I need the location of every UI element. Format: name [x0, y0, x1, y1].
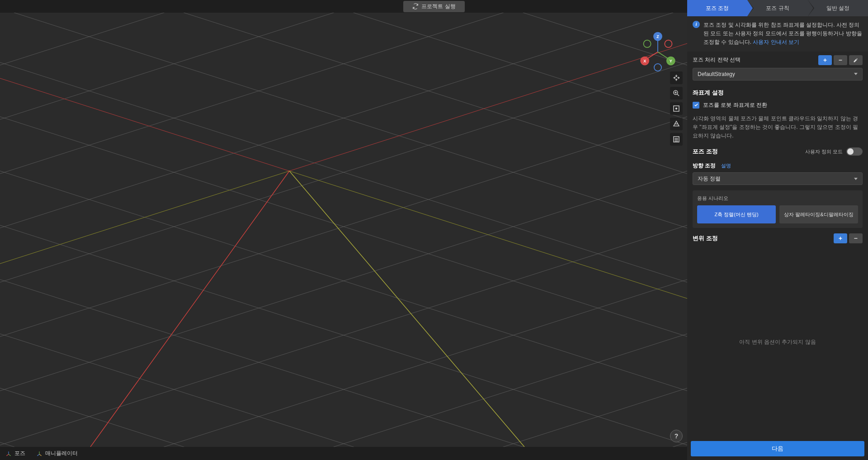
- translation-add-button[interactable]: [834, 233, 847, 243]
- check-icon: [694, 103, 698, 107]
- pose-adjust-row: 포즈 조정 사용자 정의 모드: [687, 144, 868, 159]
- status-manipulator[interactable]: 매니퓰레이터: [36, 450, 78, 457]
- status-manipulator-label: 매니퓰레이터: [45, 450, 78, 457]
- help-button[interactable]: ?: [670, 430, 683, 442]
- svg-line-60: [37, 454, 39, 456]
- chevron-down-icon: [854, 178, 858, 180]
- pose-axes-icon: [5, 451, 12, 457]
- run-project-button[interactable]: 프로젝트 실행: [403, 1, 464, 12]
- orientation-title: 방향 조정: [693, 162, 716, 170]
- axis-indicator[interactable]: Z X Y: [637, 31, 678, 71]
- translation-empty: 아직 변위 옵션이 추가되지 않음: [687, 247, 868, 437]
- plus-icon: [822, 57, 828, 63]
- coord-note: 시각화 영역의 물체 포즈가 물체 포인트 클라우드와 일치하지 않는 경우 "…: [687, 111, 868, 144]
- strategy-label: 포즈 처리 전략 선택: [693, 56, 741, 64]
- translation-remove-button[interactable]: [849, 233, 863, 243]
- orientation-help-link[interactable]: 설명: [721, 162, 731, 169]
- strategy-select-value: DefaultStrategy: [698, 71, 735, 77]
- perspective-tool[interactable]: [670, 118, 683, 130]
- statusbar: 포즈 매니퓰레이터: [0, 447, 687, 460]
- pan-tool[interactable]: [670, 71, 683, 84]
- strategy-section: 포즈 처리 전략 선택 DefaultStrategy: [687, 52, 868, 84]
- wizard-step-pose-adjust[interactable]: 포즈 조정: [687, 0, 747, 16]
- minus-icon: [838, 57, 843, 63]
- fit-tool[interactable]: [670, 102, 683, 115]
- strategy-add-button[interactable]: [818, 55, 832, 65]
- orientation-section: 방향 조정 설명: [687, 159, 868, 172]
- plus-icon: [838, 236, 843, 241]
- orientation-select[interactable]: 자동 정렬: [693, 172, 863, 185]
- refresh-icon: [412, 3, 419, 9]
- custom-mode-label: 사용자 정의 모드: [805, 148, 843, 155]
- svg-line-46: [677, 94, 679, 96]
- viewport-3d[interactable]: Z X Y ?: [0, 13, 687, 447]
- coord-checkbox-row: 포즈를 로봇 좌표계로 전환: [687, 100, 868, 111]
- coord-checkbox[interactable]: [693, 102, 699, 109]
- pose-adjust-title: 포즈 조정: [693, 147, 718, 156]
- list-tool[interactable]: [670, 133, 683, 146]
- translation-row: 변위 조정: [687, 230, 868, 247]
- coord-title: 좌표계 설정: [687, 84, 868, 100]
- minus-icon: [853, 236, 859, 241]
- scenario-label: 응용 시나리오: [697, 195, 858, 202]
- right-panel: 포즈 조정 포즈 규칙 일반 설정 i 포즈 조정 및 시각화를 위한 참조 좌…: [687, 0, 868, 460]
- info-box: i 포즈 조정 및 시각화를 위한 참조 좌표계를 설정합니다. 사전 정의된 …: [687, 16, 868, 52]
- info-icon: i: [693, 21, 700, 28]
- strategy-select[interactable]: DefaultStrategy: [693, 68, 863, 81]
- wizard-steps: 포즈 조정 포즈 규칙 일반 설정: [687, 0, 868, 16]
- status-pose-label: 포즈: [14, 450, 25, 457]
- strategy-edit-button[interactable]: [849, 55, 863, 65]
- svg-point-41: [654, 64, 661, 71]
- next-button[interactable]: 다음: [691, 441, 864, 456]
- coord-checkbox-label: 포즈를 로봇 좌표계로 전환: [703, 101, 767, 109]
- svg-line-57: [6, 454, 9, 456]
- translation-title: 변위 조정: [693, 234, 718, 242]
- svg-line-61: [39, 454, 42, 456]
- svg-point-39: [644, 40, 651, 47]
- wizard-step-general[interactable]: 일반 설정: [808, 0, 868, 16]
- wizard-step-pose-rules[interactable]: 포즈 규칙: [747, 0, 807, 16]
- info-text: 포즈 조정 및 시각화를 위한 참조 좌표계를 설정합니다. 사전 정의된 모드…: [703, 21, 863, 47]
- svg-point-40: [665, 40, 672, 47]
- strategy-remove-button[interactable]: [834, 55, 847, 65]
- svg-text:X: X: [643, 59, 646, 63]
- svg-rect-0: [0, 13, 687, 447]
- zoom-tool[interactable]: [670, 87, 683, 100]
- user-guide-link[interactable]: 사용자 안내서 보기: [753, 39, 799, 45]
- run-project-label: 프로젝트 실행: [421, 3, 455, 10]
- chevron-down-icon: [854, 73, 858, 75]
- pencil-icon: [853, 57, 859, 63]
- scenario-box: 응용 시나리오 Z축 정렬(머신 텐딩) 상자 팔레타이징&디팔레타이징: [693, 190, 863, 228]
- svg-text:Y: Y: [670, 59, 672, 63]
- status-pose[interactable]: 포즈: [5, 450, 25, 457]
- grid-floor: [0, 13, 687, 447]
- orientation-select-value: 자동 정렬: [698, 175, 721, 183]
- svg-text:Z: Z: [656, 34, 659, 39]
- viewport-toolbar: [670, 71, 683, 146]
- custom-mode-toggle[interactable]: [846, 147, 863, 156]
- scenario-palletizing-button[interactable]: 상자 팔레타이징&디팔레타이징: [779, 205, 858, 223]
- scenario-z-align-button[interactable]: Z축 정렬(머신 텐딩): [697, 205, 776, 223]
- svg-point-50: [676, 108, 677, 109]
- svg-line-58: [9, 454, 11, 456]
- manipulator-icon: [36, 451, 42, 457]
